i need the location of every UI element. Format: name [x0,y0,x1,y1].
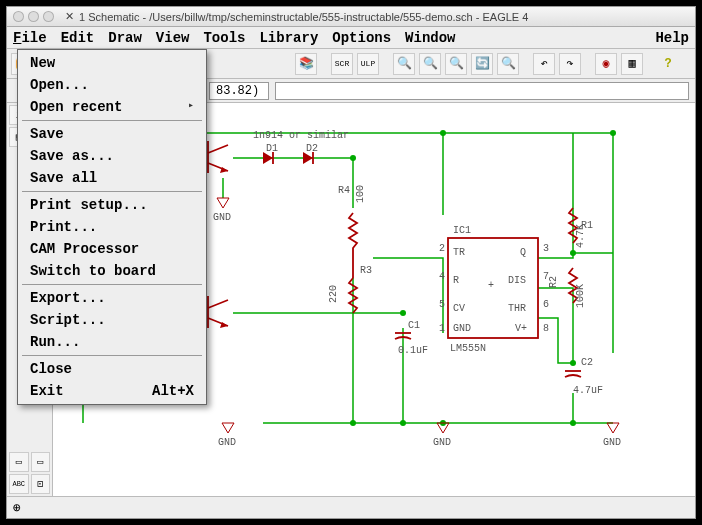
menu-view[interactable]: View [156,30,190,46]
file-cam[interactable]: CAM Processor [18,238,206,260]
svg-text:GND: GND [453,323,471,334]
tool-c-icon[interactable]: ABC [9,474,29,494]
svg-text:R2: R2 [548,276,559,288]
svg-point-4 [400,420,406,426]
file-save-all[interactable]: Save all [18,167,206,189]
svg-text:3: 3 [543,243,549,254]
file-exit[interactable]: ExitAlt+X [18,380,206,402]
file-save[interactable]: Save [18,123,206,145]
svg-point-7 [570,360,576,366]
svg-marker-18 [217,198,229,208]
zoom-target-icon[interactable]: ⊕ [13,500,21,516]
svg-text:CV: CV [453,303,465,314]
svg-point-6 [570,420,576,426]
svg-text:R4: R4 [338,185,350,196]
menu-help[interactable]: Help [655,30,689,46]
zoom-select-icon[interactable]: 🔍 [497,53,519,75]
svg-text:8: 8 [543,323,549,334]
scr-icon[interactable]: SCR [331,53,353,75]
svg-marker-60 [222,423,234,433]
close-window-button[interactable] [13,11,24,22]
window-title: 1 Schematic - /Users/billw/tmp/scheminst… [79,11,689,23]
menu-options[interactable]: Options [332,30,391,46]
file-menu-dropdown: New Open... Open recent▸ Save Save as...… [17,49,207,405]
svg-text:GND: GND [213,212,231,223]
tool-b-icon[interactable]: ▭ [31,452,51,472]
svg-text:4.7K: 4.7K [575,224,586,248]
svg-text:Q: Q [520,247,526,258]
svg-text:4.7uF: 4.7uF [573,385,603,396]
svg-point-8 [570,250,576,256]
svg-point-3 [350,420,356,426]
svg-text:TR: TR [453,247,465,258]
file-save-as[interactable]: Save as... [18,145,206,167]
svg-text:GND: GND [218,437,236,448]
svg-text:LM555N: LM555N [450,343,486,354]
file-close[interactable]: Close [18,358,206,380]
exit-accelerator: Alt+X [152,383,194,399]
file-print-setup[interactable]: Print setup... [18,194,206,216]
file-switch-board[interactable]: Switch to board [18,260,206,282]
menu-edit[interactable]: Edit [61,30,95,46]
svg-text:D1: D1 [266,143,278,154]
redo-icon[interactable]: ↷ [559,53,581,75]
svg-text:D2: D2 [306,143,318,154]
svg-text:5: 5 [439,299,445,310]
stop-icon[interactable]: ◉ [595,53,617,75]
zoom-redraw-icon[interactable]: 🔄 [471,53,493,75]
zoom-out-icon[interactable]: 🔍 [445,53,467,75]
svg-point-0 [350,155,356,161]
submenu-arrow-icon: ▸ [188,99,194,115]
svg-point-1 [440,130,446,136]
undo-icon[interactable]: ↶ [533,53,555,75]
help-icon[interactable]: ? [657,53,679,75]
svg-text:0.1uF: 0.1uF [398,345,428,356]
svg-text:DIS: DIS [508,275,526,286]
menu-draw[interactable]: Draw [108,30,142,46]
svg-line-11 [208,145,228,153]
file-open-recent[interactable]: Open recent▸ [18,96,206,118]
library-pick-icon[interactable]: 📚 [295,53,317,75]
minimize-window-button[interactable] [28,11,39,22]
titlebar: ✕ 1 Schematic - /Users/billw/tmp/schemin… [7,7,695,27]
svg-text:IC1: IC1 [453,225,471,236]
file-new[interactable]: New [18,52,206,74]
file-run[interactable]: Run... [18,331,206,353]
menu-separator [22,191,202,192]
go-icon[interactable]: ▦ [621,53,643,75]
zoom-in-icon[interactable]: 🔍 [419,53,441,75]
coordinate-readout: 83.82) [209,82,269,100]
menu-tools[interactable]: Tools [203,30,245,46]
ulp-icon[interactable]: ULP [357,53,379,75]
menu-library[interactable]: Library [259,30,318,46]
menu-window[interactable]: Window [405,30,455,46]
menu-separator [22,355,202,356]
svg-text:C1: C1 [408,320,420,331]
svg-point-9 [400,310,406,316]
menu-file[interactable]: File [13,30,47,46]
menu-separator [22,284,202,285]
doc-icon: ✕ [65,10,74,23]
zoom-window-button[interactable] [43,11,54,22]
diode-label: 1n914 or similar [253,130,349,141]
app-window: ✕ 1 Schematic - /Users/billw/tmp/schemin… [6,6,696,519]
svg-text:6: 6 [543,299,549,310]
tool-a-icon[interactable]: ▭ [9,452,29,472]
svg-line-15 [208,300,228,308]
svg-text:R3: R3 [360,265,372,276]
tool-d-icon[interactable]: ⊡ [31,474,51,494]
command-input[interactable] [275,82,689,100]
file-script[interactable]: Script... [18,309,206,331]
svg-text:C2: C2 [581,357,593,368]
svg-text:4: 4 [439,271,445,282]
file-export[interactable]: Export... [18,287,206,309]
svg-text:2: 2 [439,243,445,254]
file-print[interactable]: Print... [18,216,206,238]
file-open[interactable]: Open... [18,74,206,96]
zoom-fit-icon[interactable]: 🔍 [393,53,415,75]
menu-separator [22,120,202,121]
svg-text:V+: V+ [515,323,527,334]
svg-point-2 [610,130,616,136]
svg-text:THR: THR [508,303,526,314]
svg-text:+: + [488,280,494,291]
